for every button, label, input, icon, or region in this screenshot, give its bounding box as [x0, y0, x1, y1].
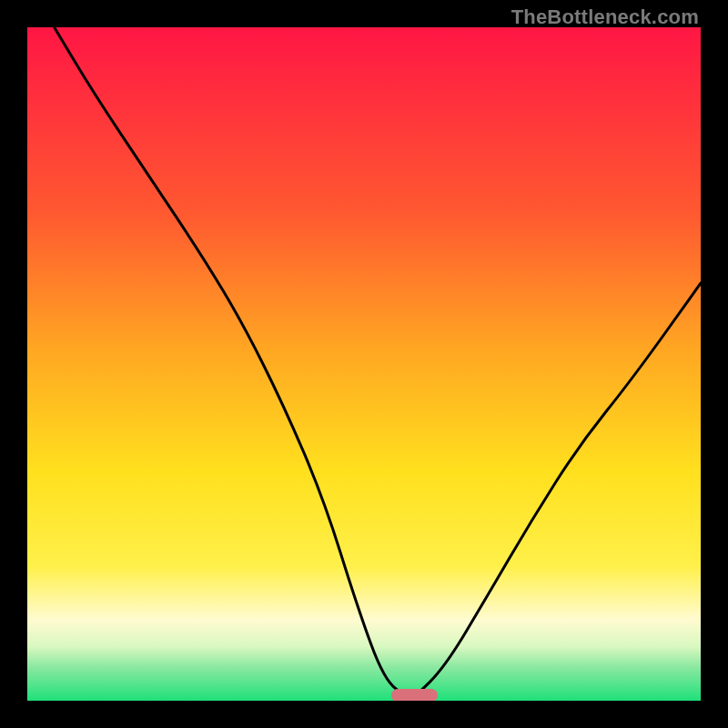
optimal-range-marker [391, 689, 439, 701]
plot-area [27, 27, 701, 701]
curve-layer [27, 27, 701, 701]
watermark-text: TheBottleneck.com [511, 5, 699, 29]
chart-frame: TheBottleneck.com [0, 0, 728, 728]
bottleneck-curve [55, 27, 701, 697]
